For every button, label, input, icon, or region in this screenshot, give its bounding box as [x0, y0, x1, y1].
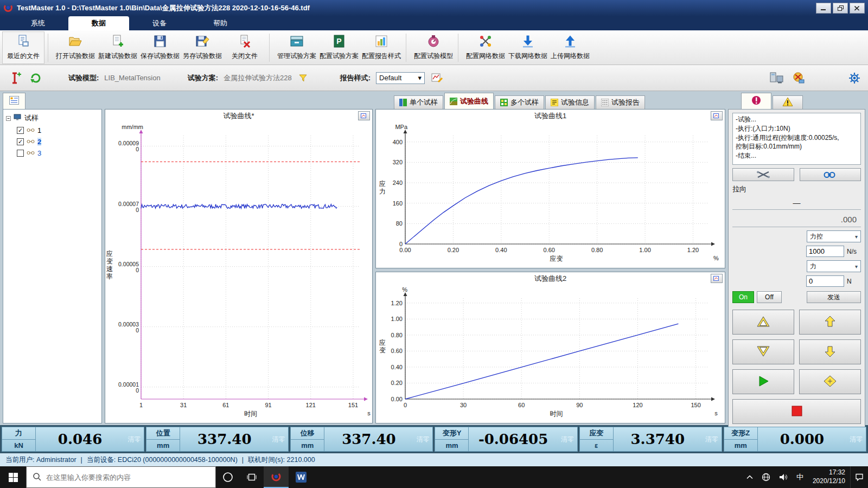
- open-data-icon: [68, 34, 82, 50]
- measurement-name: 变形Z: [724, 427, 757, 440]
- tab-label: 多个试样: [510, 98, 539, 107]
- refresh-icon[interactable]: [28, 70, 43, 86]
- toolbar-button-recent-file[interactable]: 最近的文件: [2, 31, 44, 64]
- stop-button[interactable]: [732, 399, 861, 424]
- toolbar-button-open-data[interactable]: 打开试验数据: [54, 31, 97, 64]
- tray-volume-icon[interactable]: [775, 466, 792, 488]
- off-button[interactable]: Off: [757, 291, 782, 303]
- settings-gear-icon[interactable]: [847, 71, 861, 85]
- fast-up-button[interactable]: [732, 310, 794, 335]
- svg-text:320: 320: [393, 159, 403, 165]
- tab-test-curve[interactable]: 试验曲线: [444, 93, 494, 109]
- toolbar-button-label: 另存试验数据: [183, 52, 222, 61]
- specimen-item-3[interactable]: 3: [17, 149, 99, 157]
- disconnect-tools-button[interactable]: [732, 168, 794, 181]
- toolbar-button-config-network[interactable]: 配置网络数据: [464, 31, 507, 64]
- return-button[interactable]: [799, 369, 861, 394]
- control-panel: -试验...-执行:(入口力:10N)-执行:通用过程(控制速度:0.00025…: [728, 109, 865, 428]
- ime-indicator[interactable]: 中: [792, 466, 808, 488]
- taskbar-clock[interactable]: 17:32 2020/12/10: [808, 466, 850, 488]
- specimen-checkbox-1[interactable]: ✓: [17, 127, 24, 134]
- chart-title: 试验曲线1: [534, 111, 566, 121]
- svg-text:0.40: 0.40: [391, 364, 403, 370]
- control-mode-select[interactable]: 力控 ▾: [807, 230, 861, 242]
- chart-tool-button[interactable]: [711, 111, 723, 120]
- taskbar-app-word[interactable]: [289, 466, 314, 488]
- tab-test-info[interactable]: 试验信息: [545, 95, 595, 109]
- specimen-item-1[interactable]: ✓1: [17, 126, 99, 134]
- model-label: 试验模型:: [68, 73, 99, 83]
- stress-strain-chart: 0.000.200.400.600.801.001.20080160240320…: [376, 123, 725, 268]
- taskbar-search[interactable]: [26, 466, 216, 488]
- notification-icon[interactable]: [850, 466, 868, 488]
- clear-button-strain[interactable]: 清零: [702, 427, 722, 451]
- measurement-name: 位置: [146, 427, 180, 440]
- close-button[interactable]: [850, 3, 865, 14]
- toolbar-button-new-data[interactable]: 新建试验数据: [97, 31, 139, 64]
- clear-button-deformation-z[interactable]: 清零: [846, 427, 866, 451]
- specimen-item-label: 3: [37, 149, 41, 157]
- clear-button-displacement[interactable]: 清零: [413, 427, 432, 451]
- tab-single-specimen[interactable]: 单个试样: [394, 95, 443, 109]
- run-button[interactable]: [732, 369, 794, 394]
- device-status-icon[interactable]: [768, 70, 786, 86]
- toolbar-button-download-network[interactable]: 下载网络数据: [507, 31, 549, 64]
- target-input[interactable]: [806, 275, 844, 287]
- add-specimen-icon[interactable]: [7, 70, 23, 86]
- toolbar-button-close-file[interactable]: 关闭文件: [224, 31, 266, 64]
- test-log: -试验...-执行:(入口力:10N)-执行:通用过程(控制速度:0.00025…: [732, 113, 861, 165]
- menu-item-0[interactable]: 系统: [8, 16, 68, 30]
- fast-down-button[interactable]: [732, 339, 794, 364]
- specimen-checkbox-3[interactable]: [17, 150, 24, 157]
- specimen-checkbox-2[interactable]: ✓: [17, 138, 24, 145]
- clear-button-force[interactable]: 清零: [124, 427, 144, 451]
- target-mode-select[interactable]: 力 ▾: [807, 260, 861, 272]
- toolbar-button-config-model[interactable]: 配置试验模型: [412, 31, 455, 64]
- taskbar-app-testmaster[interactable]: [264, 466, 289, 488]
- network-state-icon[interactable]: [791, 70, 806, 86]
- tab-messages[interactable]: [741, 93, 771, 109]
- tab-test-report[interactable]: 试验报告: [596, 95, 645, 109]
- restore-button[interactable]: [833, 3, 848, 14]
- send-button[interactable]: 发送: [807, 291, 861, 303]
- minimize-button[interactable]: [816, 3, 831, 14]
- toolbar-button-config-plan[interactable]: P配置试验方案: [318, 31, 360, 64]
- tab-multi-specimen[interactable]: 多个试样: [495, 95, 544, 109]
- tray-network-icon[interactable]: [757, 466, 775, 488]
- chart-tool-button[interactable]: [358, 111, 370, 120]
- rate-input[interactable]: [806, 246, 844, 257]
- clear-button-position[interactable]: 清零: [269, 427, 288, 451]
- multi-specimen-icon: [500, 99, 508, 106]
- tray-chevron-up-icon[interactable]: [742, 466, 757, 488]
- filter-icon[interactable]: [297, 73, 309, 84]
- search-input[interactable]: [46, 473, 209, 481]
- cortana-button[interactable]: [216, 466, 240, 488]
- start-button[interactable]: [0, 466, 26, 488]
- menu-item-2[interactable]: 设备: [129, 16, 190, 30]
- task-view-button[interactable]: [240, 466, 264, 488]
- tab-warnings[interactable]: [773, 95, 803, 109]
- menu-item-3[interactable]: 帮助: [190, 16, 251, 30]
- toolbar-button-save-data[interactable]: 保存试验数据: [139, 31, 181, 64]
- clear-button-deformation-y[interactable]: 清零: [558, 427, 577, 451]
- link-button[interactable]: [800, 168, 861, 181]
- svg-text:速: 速: [106, 265, 113, 273]
- chevron-down-icon: ▾: [855, 264, 858, 269]
- chart-tool-button[interactable]: [711, 274, 723, 283]
- measurement-bar: 力kN0.046清零位置mm337.40清零位移mm337.40清零变形Ymm-…: [0, 425, 868, 453]
- expander-icon[interactable]: [6, 114, 11, 123]
- report-edit-icon[interactable]: [430, 72, 444, 85]
- jog-up-button[interactable]: [799, 310, 861, 335]
- specimen-item-2[interactable]: ✓2: [17, 138, 99, 146]
- jog-down-button[interactable]: [799, 339, 861, 364]
- report-style-select[interactable]: Default ▾: [376, 72, 425, 84]
- on-button[interactable]: On: [732, 291, 754, 303]
- toolbar-button-config-report[interactable]: 配置报告样式: [360, 31, 403, 64]
- specimen-root[interactable]: 试样: [6, 113, 99, 123]
- tab-specimen-list[interactable]: [3, 93, 25, 109]
- toolbar-button-upload-network[interactable]: 上传网络数据: [549, 31, 591, 64]
- toolbar-button-save-as-data[interactable]: 另存试验数据: [181, 31, 224, 64]
- menu-item-1[interactable]: 数据: [68, 16, 129, 30]
- measurement-name: 变形Y: [435, 427, 468, 440]
- toolbar-button-manage-plan[interactable]: 管理试验方案: [276, 31, 318, 64]
